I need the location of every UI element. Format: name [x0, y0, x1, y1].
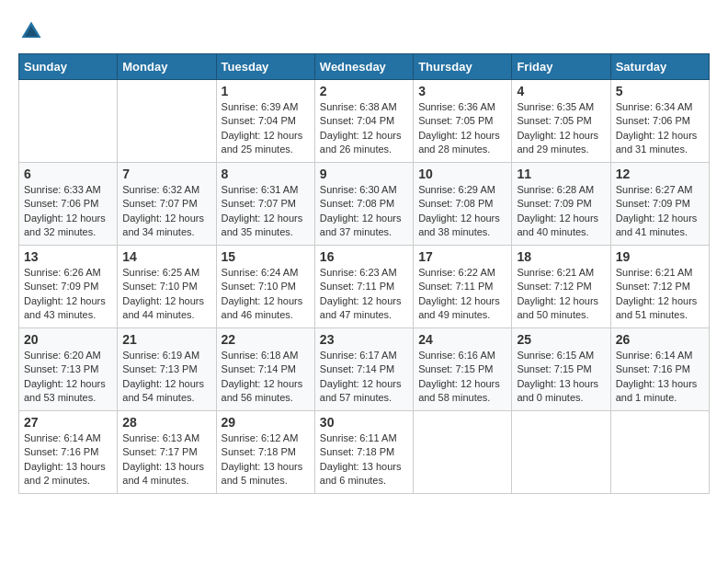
day-number: 23: [320, 332, 408, 347]
weekday-header: Saturday: [610, 54, 709, 80]
day-info: Sunrise: 6:15 AMSunset: 7:15 PMDaylight:…: [517, 349, 605, 406]
day-number: 6: [24, 167, 112, 181]
weekday-row: SundayMondayTuesdayWednesdayThursdayFrid…: [19, 54, 710, 80]
calendar-day-cell: 27Sunrise: 6:14 AMSunset: 7:16 PMDayligh…: [19, 411, 118, 494]
day-number: 3: [418, 84, 506, 98]
calendar-day-cell: [19, 80, 118, 163]
day-info: Sunrise: 6:38 AMSunset: 7:04 PMDaylight:…: [320, 100, 408, 157]
day-info: Sunrise: 6:19 AMSunset: 7:13 PMDaylight:…: [122, 349, 210, 406]
day-info: Sunrise: 6:11 AMSunset: 7:18 PMDaylight:…: [320, 431, 408, 488]
calendar-day-cell: 19Sunrise: 6:21 AMSunset: 7:12 PMDayligh…: [610, 246, 709, 328]
day-info: Sunrise: 6:21 AMSunset: 7:12 PMDaylight:…: [517, 266, 605, 323]
calendar-body: 1Sunrise: 6:39 AMSunset: 7:04 PMDaylight…: [19, 80, 710, 494]
day-info: Sunrise: 6:30 AMSunset: 7:08 PMDaylight:…: [320, 183, 408, 240]
calendar-header: [18, 18, 710, 44]
calendar-day-cell: 24Sunrise: 6:16 AMSunset: 7:15 PMDayligh…: [414, 328, 512, 411]
day-number: 8: [222, 167, 310, 181]
day-info: Sunrise: 6:28 AMSunset: 7:09 PMDaylight:…: [517, 183, 605, 240]
calendar-header-row: SundayMondayTuesdayWednesdayThursdayFrid…: [19, 54, 710, 80]
day-number: 9: [320, 167, 408, 181]
day-info: Sunrise: 6:14 AMSunset: 7:16 PMDaylight:…: [616, 349, 704, 406]
calendar-day-cell: 4Sunrise: 6:35 AMSunset: 7:05 PMDaylight…: [512, 80, 610, 163]
calendar-day-cell: 20Sunrise: 6:20 AMSunset: 7:13 PMDayligh…: [19, 328, 118, 411]
day-number: 27: [24, 415, 112, 430]
day-info: Sunrise: 6:12 AMSunset: 7:18 PMDaylight:…: [222, 431, 310, 488]
calendar-day-cell: 13Sunrise: 6:26 AMSunset: 7:09 PMDayligh…: [19, 246, 118, 328]
day-number: 21: [122, 332, 210, 347]
day-number: 28: [122, 415, 210, 430]
day-number: 29: [222, 415, 310, 430]
calendar-day-cell: [414, 411, 512, 494]
weekday-header: Wednesday: [314, 54, 413, 80]
calendar-day-cell: 12Sunrise: 6:27 AMSunset: 7:09 PMDayligh…: [610, 163, 709, 246]
calendar-day-cell: 1Sunrise: 6:39 AMSunset: 7:04 PMDaylight…: [216, 80, 314, 163]
calendar-day-cell: 29Sunrise: 6:12 AMSunset: 7:18 PMDayligh…: [216, 411, 314, 494]
calendar-week-row: 1Sunrise: 6:39 AMSunset: 7:04 PMDaylight…: [19, 80, 710, 163]
day-number: 1: [222, 84, 310, 98]
day-info: Sunrise: 6:27 AMSunset: 7:09 PMDaylight:…: [616, 183, 704, 240]
calendar-day-cell: 6Sunrise: 6:33 AMSunset: 7:06 PMDaylight…: [19, 163, 118, 246]
day-info: Sunrise: 6:16 AMSunset: 7:15 PMDaylight:…: [418, 349, 506, 406]
calendar-day-cell: 5Sunrise: 6:34 AMSunset: 7:06 PMDaylight…: [610, 80, 709, 163]
day-number: 24: [418, 332, 506, 347]
day-info: Sunrise: 6:33 AMSunset: 7:06 PMDaylight:…: [24, 183, 112, 240]
calendar-day-cell: 17Sunrise: 6:22 AMSunset: 7:11 PMDayligh…: [414, 246, 512, 328]
calendar-day-cell: [610, 411, 709, 494]
day-number: 26: [616, 332, 704, 347]
calendar-day-cell: 18Sunrise: 6:21 AMSunset: 7:12 PMDayligh…: [512, 246, 610, 328]
day-number: 11: [517, 167, 605, 181]
day-number: 14: [122, 249, 210, 264]
day-number: 17: [418, 249, 506, 264]
calendar-day-cell: 11Sunrise: 6:28 AMSunset: 7:09 PMDayligh…: [512, 163, 610, 246]
day-info: Sunrise: 6:39 AMSunset: 7:04 PMDaylight:…: [222, 100, 310, 157]
day-number: 2: [320, 84, 408, 98]
weekday-header: Sunday: [19, 54, 118, 80]
day-info: Sunrise: 6:20 AMSunset: 7:13 PMDaylight:…: [24, 349, 112, 406]
calendar-day-cell: 28Sunrise: 6:13 AMSunset: 7:17 PMDayligh…: [118, 411, 216, 494]
calendar-day-cell: 8Sunrise: 6:31 AMSunset: 7:07 PMDaylight…: [216, 163, 314, 246]
day-info: Sunrise: 6:34 AMSunset: 7:06 PMDaylight:…: [616, 100, 704, 157]
day-number: 4: [517, 84, 605, 98]
calendar-day-cell: 15Sunrise: 6:24 AMSunset: 7:10 PMDayligh…: [216, 246, 314, 328]
weekday-header: Monday: [118, 54, 216, 80]
logo: [18, 18, 48, 44]
day-number: 18: [517, 249, 605, 264]
calendar-week-row: 27Sunrise: 6:14 AMSunset: 7:16 PMDayligh…: [19, 411, 710, 494]
day-info: Sunrise: 6:32 AMSunset: 7:07 PMDaylight:…: [122, 183, 210, 240]
day-info: Sunrise: 6:18 AMSunset: 7:14 PMDaylight:…: [222, 349, 310, 406]
calendar-day-cell: 2Sunrise: 6:38 AMSunset: 7:04 PMDaylight…: [314, 80, 413, 163]
day-info: Sunrise: 6:17 AMSunset: 7:14 PMDaylight:…: [320, 349, 408, 406]
day-number: 20: [24, 332, 112, 347]
day-number: 10: [418, 167, 506, 181]
calendar-day-cell: 16Sunrise: 6:23 AMSunset: 7:11 PMDayligh…: [314, 246, 413, 328]
day-info: Sunrise: 6:35 AMSunset: 7:05 PMDaylight:…: [517, 100, 605, 157]
day-info: Sunrise: 6:36 AMSunset: 7:05 PMDaylight:…: [418, 100, 506, 157]
logo-icon: [18, 18, 44, 44]
calendar-day-cell: 7Sunrise: 6:32 AMSunset: 7:07 PMDaylight…: [118, 163, 216, 246]
day-info: Sunrise: 6:24 AMSunset: 7:10 PMDaylight:…: [222, 266, 310, 323]
calendar-day-cell: 30Sunrise: 6:11 AMSunset: 7:18 PMDayligh…: [314, 411, 413, 494]
calendar-day-cell: 22Sunrise: 6:18 AMSunset: 7:14 PMDayligh…: [216, 328, 314, 411]
day-info: Sunrise: 6:21 AMSunset: 7:12 PMDaylight:…: [616, 266, 704, 323]
day-number: 15: [222, 249, 310, 264]
calendar-week-row: 6Sunrise: 6:33 AMSunset: 7:06 PMDaylight…: [19, 163, 710, 246]
weekday-header: Thursday: [414, 54, 512, 80]
day-number: 7: [122, 167, 210, 181]
calendar-table: SundayMondayTuesdayWednesdayThursdayFrid…: [18, 53, 710, 494]
calendar-day-cell: 10Sunrise: 6:29 AMSunset: 7:08 PMDayligh…: [414, 163, 512, 246]
calendar-day-cell: 21Sunrise: 6:19 AMSunset: 7:13 PMDayligh…: [118, 328, 216, 411]
calendar-day-cell: [512, 411, 610, 494]
day-info: Sunrise: 6:29 AMSunset: 7:08 PMDaylight:…: [418, 183, 506, 240]
day-number: 12: [616, 167, 704, 181]
day-number: 16: [320, 249, 408, 264]
day-number: 30: [320, 415, 408, 430]
calendar-day-cell: 26Sunrise: 6:14 AMSunset: 7:16 PMDayligh…: [610, 328, 709, 411]
day-info: Sunrise: 6:22 AMSunset: 7:11 PMDaylight:…: [418, 266, 506, 323]
weekday-header: Friday: [512, 54, 610, 80]
day-info: Sunrise: 6:23 AMSunset: 7:11 PMDaylight:…: [320, 266, 408, 323]
weekday-header: Tuesday: [216, 54, 314, 80]
calendar-day-cell: 3Sunrise: 6:36 AMSunset: 7:05 PMDaylight…: [414, 80, 512, 163]
calendar-day-cell: 25Sunrise: 6:15 AMSunset: 7:15 PMDayligh…: [512, 328, 610, 411]
day-number: 22: [222, 332, 310, 347]
day-info: Sunrise: 6:14 AMSunset: 7:16 PMDaylight:…: [24, 431, 112, 488]
